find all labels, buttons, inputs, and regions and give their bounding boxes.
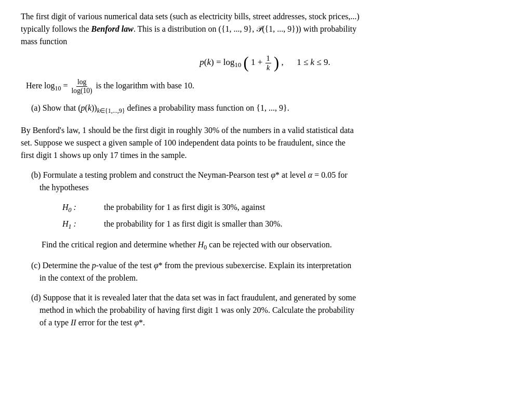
formula-block: p(k) = log10 ( 1 + 1 k ) , 1 ≤ k ≤ 9. [21,54,509,72]
h0-text: the probability for 1 as first digit is … [104,201,265,214]
mass-function-label: mass function [21,37,67,46]
h1-label: H1 : [62,218,94,231]
log-fraction: log log(10) [71,78,94,95]
log-frac-den: log(10) [71,87,94,95]
benford-line3: first digit 1 shows up only 17 times in … [21,151,187,160]
open-paren: ( [244,54,249,72]
part-b-label: (b) [31,170,41,179]
intro-line2: typically follows the Benford law. This … [21,24,356,33]
part-a-label: (a) [31,103,41,112]
formula-fraction: 1 k [265,54,271,72]
benford-line1: By Benford's law, 1 should be the first … [21,126,354,135]
part-d: (d) Suppose that it is revealed later th… [31,292,509,329]
hypothesis-h0-row: H0 : the probability for 1 as first digi… [62,201,509,215]
log-frac-num: log [76,78,87,87]
benford-law-text: Benford law [91,24,134,33]
h0-label: H0 : [62,201,94,215]
part-b: (b) Formulate a testing problem and cons… [31,169,509,194]
fraction-numerator: 1 [265,54,271,63]
log-definition: Here log10 = log log(10) is the logarith… [26,78,509,95]
power-set-symbol: 𝒫 [256,24,262,33]
main-content: The first digit of various numerical dat… [21,10,509,329]
part-c-label: (c) [31,261,41,270]
hypotheses-table: H0 : the probability for 1 as first digi… [62,201,509,231]
benford-line2: set. Suppose we suspect a given sample o… [21,138,345,147]
part-a: (a) Show that (p(k))k∈{1,...,9} defines … [31,102,509,115]
intro-line1: The first digit of various numerical dat… [21,12,360,21]
part-c: (c) Determine the p-value of the test φ*… [31,259,509,284]
fraction-denominator: k [265,63,271,72]
benford-paragraph: By Benford's law, 1 should be the first … [21,124,509,162]
part-d-label: (d) [31,293,41,302]
intro-paragraph: The first digit of various numerical dat… [21,10,509,48]
close-paren: ) [274,54,279,72]
hypothesis-h1-row: H1 : the probability for 1 as first digi… [62,218,509,231]
critical-region-text: Find the critical region and determine w… [42,239,509,252]
part-b-hypotheses-intro: the hypotheses [39,183,89,192]
h1-text: the probability for 1 as first digit is … [104,218,283,230]
formula: p(k) = log10 ( 1 + 1 k ) , 1 ≤ k ≤ 9. [200,57,330,67]
